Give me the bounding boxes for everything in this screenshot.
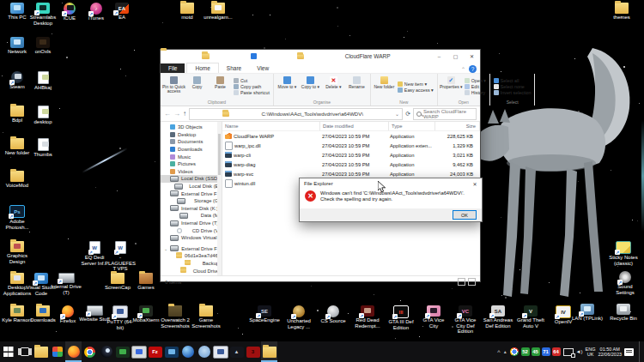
column-header-size[interactable]: Size: [435, 122, 480, 130]
quick-access-newfolder-icon[interactable]: [297, 54, 304, 59]
explorer-titlebar[interactable]: CloudFlare WARP – ▢ ✕: [161, 50, 480, 63]
nav-item[interactable]: Music: [161, 153, 222, 160]
nav-item[interactable]: Pictures: [161, 160, 222, 168]
language-indicator[interactable]: ENGUK: [586, 347, 596, 357]
desktop-icon-spaceengine[interactable]: SE↗SpaceEngine: [249, 305, 280, 323]
desktop-icon-overwatch2-screenshots[interactable]: Overwatch 2 Screenshots: [160, 305, 191, 329]
desktop-icon-motd[interactable]: motd: [172, 3, 203, 21]
file-row[interactable]: CloudFlare WARP27/04/2023 10:59 PMApplic…: [222, 131, 480, 141]
ribbon-button-edit[interactable]: Edit: [465, 84, 486, 89]
dialog-close-icon[interactable]: ✕: [468, 181, 482, 187]
expand-icon[interactable]: ⌄: [164, 246, 167, 251]
ribbon-button-easy[interactable]: Easy access ▾: [398, 87, 434, 93]
desktop-icon-sticky-notes[interactable]: ↗Sticky Notes (classic): [608, 241, 639, 266]
monitor-badge-71[interactable]: 71: [542, 347, 550, 356]
desktop-icon-games-folder[interactable]: Games: [131, 273, 161, 291]
desktop-icon-red-dead-redemption[interactable]: ↗Red Dead Redempt...: [352, 305, 383, 329]
ok-button[interactable]: OK: [453, 210, 477, 220]
ribbon-button-selnone[interactable]: Select none: [494, 84, 532, 89]
nav-scrollbar[interactable]: [217, 122, 222, 275]
quick-access-properties-icon[interactable]: [251, 53, 257, 59]
hidden-icons-chevron[interactable]: ^: [497, 349, 500, 355]
ribbon-button-open[interactable]: Open ▾: [465, 78, 486, 83]
column-header-name[interactable]: Name: [222, 122, 320, 130]
nav-item[interactable]: Internal Drive (T) (T:): [161, 220, 222, 227]
nav-item[interactable]: Internal Disk (K:) (K:): [161, 205, 222, 213]
close-button[interactable]: ✕: [464, 50, 480, 63]
details-view-icon[interactable]: [458, 278, 465, 286]
nav-item[interactable]: Downloads: [161, 146, 222, 154]
desktop-icon-gta-vice-city[interactable]: ↗GTA Vice City: [418, 305, 449, 329]
taskbar-firefox[interactable]: [65, 341, 82, 362]
address-dropdown-icon[interactable]: ⌄: [395, 111, 399, 117]
taskbar-remote-desktop-app[interactable]: [131, 341, 147, 362]
taskbar-triangle-app[interactable]: ▲: [228, 341, 245, 362]
ribbon-collapse-icon[interactable]: ⌃: [461, 66, 465, 72]
ribbon-button-newfolder[interactable]: New folder: [373, 75, 396, 99]
show-desktop-button[interactable]: [639, 341, 642, 362]
taskbar-green-app[interactable]: [114, 341, 131, 362]
ribbon-button-rename[interactable]: Rename: [345, 75, 368, 99]
monitor-badge-64[interactable]: 64: [552, 347, 561, 356]
ribbon-button-copyto[interactable]: Copy to ▾: [299, 75, 322, 99]
thumbnails-view-icon[interactable]: [468, 278, 476, 286]
desktop-icon-sound-settings[interactable]: ↗Sound Settings: [610, 271, 641, 295]
taskbar-discord[interactable]: [196, 341, 212, 362]
tab-view[interactable]: View: [249, 63, 276, 73]
minimize-button[interactable]: –: [431, 50, 447, 63]
ribbon-button-paste[interactable]: Paste: [209, 75, 232, 99]
maximize-button[interactable]: ▢: [447, 50, 464, 63]
ribbon-button-path[interactable]: Copy path: [234, 84, 270, 89]
volume-icon[interactable]: ◄): [576, 349, 583, 354]
tab-home[interactable]: Home: [186, 63, 218, 73]
action-center-icon[interactable]: [624, 348, 634, 356]
address-bar[interactable]: C:\Windows\AAct_Tools\wdvdriver\a64WDV\ …: [189, 108, 403, 120]
ribbon-button-cut[interactable]: Cut: [234, 78, 270, 83]
file-row[interactable]: warp-diag27/04/2023 10:59 PMApplication9…: [222, 160, 480, 169]
file-row[interactable]: warp_ipc.dll27/04/2023 10:59 PMApplicati…: [222, 141, 480, 150]
desktop-icon-uncharted-legacy[interactable]: ↗Uncharted Legacy ...: [283, 305, 314, 329]
desktop-icon-ahbkaj[interactable]: AHBkaj: [27, 71, 58, 91]
desktop-icon-openiv[interactable]: IV↗OpenIV: [548, 305, 579, 325]
taskbar-task-view-button[interactable]: [16, 341, 33, 362]
taskbar-filezilla[interactable]: Fz: [147, 341, 163, 362]
up-button[interactable]: ↑: [183, 110, 186, 118]
desktop-icon-plaguefest-vps[interactable]: W↗-PLAGUEFEST VPS: [105, 241, 136, 272]
monitor-badge-52[interactable]: 52: [521, 347, 530, 356]
desktop-icon-grand-theft-auto-v[interactable]: V↗Grand Theft Auto V: [515, 305, 546, 329]
dialog-titlebar[interactable]: File Explorer ✕: [300, 178, 482, 189]
desktop-icon-on0xls[interactable]: onOxls: [27, 37, 58, 55]
ribbon-button-move[interactable]: Move to ▾: [276, 75, 299, 99]
desktop-icon-internal-drive-t[interactable]: ↗Internal Drive (T): [51, 273, 82, 295]
nav-item[interactable]: ⌄External Drive F (F:): [161, 245, 222, 253]
nav-item[interactable]: Storage (G:): [161, 197, 222, 205]
network-icon[interactable]: [563, 348, 574, 356]
column-header-type[interactable]: Type: [389, 122, 435, 130]
nav-item[interactable]: CD Drive (V:): [161, 226, 222, 234]
ribbon-button-history[interactable]: History: [465, 90, 486, 95]
taskbar-file-explorer-window[interactable]: [261, 341, 277, 362]
desktop-icon-cs-source[interactable]: ↗CS Source: [318, 305, 349, 324]
tray-triangle-icon[interactable]: ▲: [503, 349, 507, 354]
nav-item[interactable]: Videos: [161, 168, 222, 176]
nav-item[interactable]: 06d1e3ea7d46a8d86c8652fe: [161, 252, 222, 260]
search-box[interactable]: Search CloudFlare WARP: [413, 108, 477, 120]
ribbon-button-delete[interactable]: ✕Delete ▾: [322, 75, 345, 99]
file-row[interactable]: warp-cli27/04/2023 10:59 PMApplication3,…: [222, 150, 480, 160]
ribbon-button-shortcut[interactable]: Paste shortcut: [234, 90, 270, 95]
nav-item[interactable]: Cloud Drives: [161, 267, 222, 275]
nav-item[interactable]: Backups: [161, 260, 222, 268]
desktop-icon-game-screenshots[interactable]: Game Screenshots: [191, 305, 222, 329]
ribbon-button-selall[interactable]: Select all: [494, 78, 532, 83]
desktop-icon-ea-app[interactable]: EA↗EA: [106, 3, 137, 21]
desktop-icon-gta-vc-def-edition[interactable]: VC↗GTA Vice City Def Edition: [450, 305, 481, 335]
taskbar-photos-app[interactable]: [49, 341, 65, 362]
nav-item[interactable]: Documents: [161, 138, 222, 146]
nav-item[interactable]: Local Disk (SSD) (C:): [161, 175, 222, 183]
help-icon[interactable]: ?: [469, 65, 477, 73]
nav-item[interactable]: 3D Objects: [161, 124, 222, 131]
desktop-icon-adobe-photoshop[interactable]: Ps↗Adobe Photosh...: [2, 205, 33, 230]
nav-item[interactable]: External Drive F (F:): [161, 190, 222, 197]
back-button[interactable]: ←: [164, 110, 171, 118]
desktop-icon-thumbs[interactable]: Thumbs: [27, 138, 58, 158]
